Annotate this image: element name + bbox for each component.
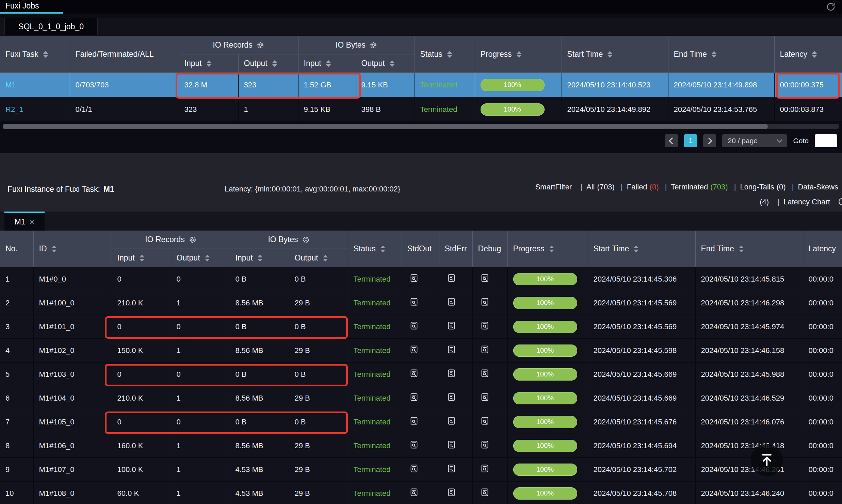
filter-item[interactable]: (4): [760, 198, 769, 206]
instance-row[interactable]: 2 M1#100_0 210.0 K 1 8.56 MB 29 B Termin…: [0, 291, 842, 315]
tab-sql-job[interactable]: SQL_0_1_0_job_0: [4, 18, 98, 35]
instance-row[interactable]: 3 M1#101_0 0 0 0 B 0 B Terminated: [0, 315, 842, 339]
fuxi-task-link[interactable]: M1: [5, 81, 16, 89]
stderr-log-icon[interactable]: [445, 273, 458, 283]
debug-log-icon[interactable]: [478, 440, 492, 449]
tab-instance-m1[interactable]: M1 ×: [4, 212, 45, 231]
gear-icon[interactable]: [302, 236, 310, 243]
stderr-log-icon[interactable]: [445, 392, 458, 402]
col-status[interactable]: Status: [348, 231, 402, 267]
back-to-top-button[interactable]: [751, 444, 783, 476]
filter-item[interactable]: Data-Skews: [798, 183, 838, 191]
instance-row[interactable]: 9 M1#107_0 100.0 K 1 4.53 MB 29 B Termin…: [0, 458, 842, 482]
stderr-log-icon[interactable]: [445, 345, 458, 354]
col-io-records-input[interactable]: Input: [112, 249, 171, 267]
sort-icon[interactable]: [326, 60, 331, 67]
refresh-icon[interactable]: [826, 2, 836, 12]
col-io-records-output[interactable]: Output: [238, 54, 298, 73]
instance-row[interactable]: 8 M1#106_0 160.0 K 1 8.56 MB 29 B Termin…: [0, 434, 842, 458]
filter-item[interactable]: Latency Chart: [783, 198, 830, 206]
stdout-log-icon[interactable]: [407, 321, 421, 330]
stderr-log-icon[interactable]: [445, 488, 458, 497]
gear-icon[interactable]: [189, 236, 196, 243]
sort-icon[interactable]: [517, 51, 521, 58]
stdout-log-icon[interactable]: [407, 297, 421, 306]
stdout-log-icon[interactable]: [407, 273, 421, 283]
debug-log-icon[interactable]: [478, 273, 492, 283]
instance-row[interactable]: 5 M1#103_0 0 0 0 B 0 B Terminated: [0, 363, 842, 386]
sort-icon[interactable]: [447, 51, 452, 58]
col-fuxi-task[interactable]: Fuxi Task: [0, 36, 70, 73]
sort-icon[interactable]: [258, 255, 262, 262]
next-page-button[interactable]: [703, 134, 716, 147]
fuxi-task-link[interactable]: R2_1: [5, 105, 23, 114]
sort-icon[interactable]: [43, 51, 48, 58]
stdout-log-icon[interactable]: [407, 369, 421, 378]
col-latency[interactable]: Latency: [774, 36, 842, 73]
col-io-bytes-input[interactable]: Input: [298, 54, 356, 73]
filter-item[interactable]: Terminated: [671, 183, 708, 191]
sort-icon[interactable]: [272, 60, 277, 67]
col-id[interactable]: ID: [33, 231, 112, 267]
close-icon[interactable]: ×: [29, 217, 34, 226]
sort-icon[interactable]: [739, 246, 744, 252]
stderr-log-icon[interactable]: [445, 369, 458, 378]
col-progress[interactable]: Progress: [475, 36, 562, 73]
stdout-log-icon[interactable]: [407, 345, 421, 354]
fuxi-task-row[interactable]: R2_1 0/1/1 323 1 9.15 KB 398 B Terminate…: [0, 97, 842, 122]
sort-icon[interactable]: [207, 60, 211, 67]
horizontal-scrollbar[interactable]: [3, 124, 839, 129]
col-start-time[interactable]: Start Time: [588, 231, 695, 267]
sort-icon[interactable]: [390, 60, 394, 67]
filter-item[interactable]: SmartFilter: [535, 183, 572, 191]
sort-icon[interactable]: [205, 255, 210, 262]
instance-row[interactable]: 7 M1#105_0 0 0 0 B 0 B Terminated: [0, 410, 842, 434]
filter-item[interactable]: Long-Tails: [740, 183, 774, 191]
filter-item[interactable]: Failed: [627, 183, 647, 191]
pie-chart-icon[interactable]: [838, 196, 842, 211]
stderr-log-icon[interactable]: [445, 464, 458, 473]
stderr-log-icon[interactable]: [445, 416, 458, 425]
col-status[interactable]: Status: [415, 36, 475, 73]
col-io-bytes-input[interactable]: Input: [230, 249, 289, 267]
instance-row[interactable]: 6 M1#104_0 210.0 K 1 8.56 MB 29 B Termin…: [0, 386, 842, 410]
sort-icon[interactable]: [140, 255, 144, 262]
stderr-log-icon[interactable]: [445, 440, 458, 449]
stdout-log-icon[interactable]: [407, 464, 421, 473]
instance-row[interactable]: 10 M1#108_0 60.0 K 1 4.53 MB 29 B Termin…: [0, 482, 842, 504]
sort-icon[interactable]: [549, 246, 554, 252]
stdout-log-icon[interactable]: [407, 488, 421, 497]
debug-log-icon[interactable]: [478, 416, 492, 425]
col-io-bytes-output[interactable]: Output: [356, 54, 415, 73]
debug-log-icon[interactable]: [478, 464, 492, 473]
sort-icon[interactable]: [380, 246, 385, 252]
sort-icon[interactable]: [323, 255, 328, 262]
filter-item[interactable]: All: [586, 183, 595, 191]
sort-icon[interactable]: [634, 246, 638, 252]
sort-icon[interactable]: [52, 246, 56, 252]
stdout-log-icon[interactable]: [407, 392, 421, 402]
stderr-log-icon[interactable]: [445, 297, 458, 306]
stdout-log-icon[interactable]: [407, 416, 421, 425]
col-latency[interactable]: Latency: [803, 231, 842, 267]
col-io-records-output[interactable]: Output: [171, 249, 230, 267]
goto-input[interactable]: [815, 134, 837, 147]
debug-log-icon[interactable]: [478, 345, 492, 354]
col-progress[interactable]: Progress: [507, 231, 588, 267]
col-io-bytes-output[interactable]: Output: [289, 249, 348, 267]
col-io-records-input[interactable]: Input: [179, 54, 238, 73]
debug-log-icon[interactable]: [478, 321, 492, 330]
scrollbar-thumb[interactable]: [3, 124, 768, 129]
debug-log-icon[interactable]: [478, 392, 492, 402]
debug-log-icon[interactable]: [478, 369, 492, 378]
prev-page-button[interactable]: [665, 134, 678, 147]
col-start-time[interactable]: Start Time: [562, 36, 668, 73]
sort-icon[interactable]: [608, 51, 612, 58]
page-size-select[interactable]: 20 / page: [722, 134, 787, 147]
stderr-log-icon[interactable]: [445, 321, 458, 330]
page-number-button[interactable]: 1: [684, 134, 697, 147]
instance-row[interactable]: 1 M1#0_0 0 0 0 B 0 B Terminated: [0, 267, 842, 291]
debug-log-icon[interactable]: [478, 488, 492, 497]
sort-icon[interactable]: [712, 51, 716, 58]
fuxi-task-row[interactable]: M1 0/703/703 32.8 M 323 1.52 GB 9.15 KB …: [0, 73, 842, 97]
